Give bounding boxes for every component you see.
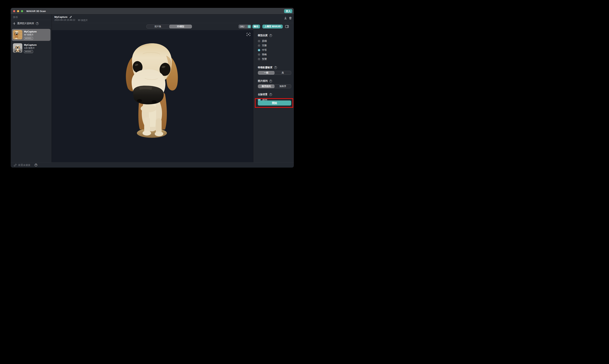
radio-icon: [258, 53, 260, 56]
model-badge: MODEL: [24, 50, 33, 53]
quality-option-label: 預覽: [262, 57, 267, 61]
capture-title: MyCapture: [24, 30, 37, 33]
window-body: 選擇照片資料夾 ?: [11, 14, 294, 162]
select-stepper-icon: [248, 25, 251, 28]
login-button[interactable]: 登入: [284, 9, 292, 13]
panel-toggle-icon[interactable]: [285, 25, 289, 28]
sensitivity-label-text: 特徵點靈敏度: [258, 66, 272, 69]
arrangement-option-unordered[interactable]: 無順序: [275, 85, 291, 88]
sensitivity-option-high[interactable]: 高: [275, 71, 291, 75]
window-title: MAKAR 3D Scan: [26, 10, 46, 13]
quality-option-label: 完整: [262, 44, 267, 47]
remove-bg-section-label: 去除背景 ?: [258, 93, 291, 96]
sensitivity-segmented-control: 一般 高: [258, 71, 291, 75]
statusbar: 裝置未連接 ?: [11, 162, 294, 168]
help-icon[interactable]: ?: [36, 22, 39, 25]
device-link-icon: [14, 164, 17, 167]
arrangement-help-icon[interactable]: ?: [269, 80, 272, 82]
sidebar: 選擇照片資料夾 ?: [11, 14, 52, 162]
sensitivity-option-normal[interactable]: 一般: [258, 71, 275, 75]
quality-option-label: 原檔: [262, 39, 267, 43]
quality-label-text: 模型品質: [258, 34, 267, 37]
search-input[interactable]: [13, 16, 49, 19]
arrangement-section-label: 照片排列 ?: [258, 79, 291, 83]
viewport-3d[interactable]: [52, 30, 253, 162]
settings-panel: 模型品質 ? 原檔 完整 中: [253, 30, 294, 162]
radio-icon-selected: [258, 49, 260, 51]
capture-photo-count: 90 張照片: [24, 33, 37, 36]
project-title: MyCapture: [54, 15, 67, 18]
traffic-lights: [13, 10, 23, 12]
view-tabs: 照片集 3D模型: [146, 25, 192, 28]
device-status-text: 裝置未連接: [18, 163, 30, 167]
edit-title-button[interactable]: [69, 16, 72, 18]
quality-option-reduced[interactable]: 簡略: [258, 52, 291, 57]
quality-radio-group: 原檔 完整 中等 簡略: [258, 39, 291, 61]
capture-list-item[interactable]: MyCapture 128 張照片 MODEL: [12, 42, 51, 54]
capture-info: MyCapture 90 張照片 MODEL: [24, 30, 37, 40]
quality-option-full[interactable]: 完整: [258, 43, 291, 48]
radio-icon: [258, 40, 260, 42]
search-field-row: [11, 14, 52, 20]
quality-option-preview[interactable]: 預覽: [258, 57, 291, 61]
select-photo-folder-label: 選擇照片資料夾: [17, 22, 34, 25]
project-photo-count: 90 張照片: [78, 19, 88, 22]
capture-title: MyCapture: [24, 43, 37, 46]
capture-photo-count: 128 張照片: [24, 47, 37, 50]
main-area: MyCapture 2023-09-19 15:49:22 90 張照片: [52, 14, 294, 162]
arrangement-label-text: 照片排列: [258, 79, 267, 83]
recenter-view-icon[interactable]: [247, 33, 250, 37]
close-window-button[interactable]: [13, 10, 15, 12]
format-select[interactable]: OBJ: [238, 25, 251, 28]
model-badge: MODEL: [24, 37, 33, 40]
delete-button[interactable]: [289, 16, 292, 20]
format-select-value: OBJ: [240, 25, 244, 28]
plus-icon: [13, 22, 15, 25]
toolbar: 照片集 3D模型 OBJ 輸出 上傳至 MAKAR: [52, 23, 294, 30]
quality-option-label: 簡略: [262, 53, 267, 56]
project-date: 2023-09-19 15:49:22: [54, 19, 75, 22]
quality-help-icon[interactable]: ?: [269, 34, 272, 37]
tab-photo-set[interactable]: 照片集: [147, 25, 169, 28]
start-button[interactable]: 開始: [258, 101, 291, 105]
arrangement-option-sequential[interactable]: 順序排列: [258, 85, 275, 88]
quality-option-label: 中等: [262, 48, 267, 52]
project-meta: 2023-09-19 15:49:22 90 張照片: [54, 19, 294, 22]
arrangement-segmented-control: 順序排列 無順序: [258, 84, 291, 88]
remove-bg-label-text: 去除背景: [258, 93, 267, 96]
export-button[interactable]: 輸出: [252, 25, 260, 28]
main-header: MyCapture 2023-09-19 15:49:22 90 張照片: [52, 14, 294, 23]
radio-icon: [258, 44, 260, 47]
sensitivity-help-icon[interactable]: ?: [274, 66, 277, 69]
tab-3d-model[interactable]: 3D模型: [169, 25, 192, 28]
titlebar: MAKAR 3D Scan 登入: [11, 8, 294, 14]
zoom-window-button[interactable]: [21, 10, 23, 12]
capture-thumbnail: [13, 30, 22, 39]
quality-option-original[interactable]: 原檔: [258, 39, 291, 43]
dog-3d-model: [120, 39, 183, 140]
capture-list: MyCapture 90 張照片 MODEL: [11, 27, 52, 162]
sensitivity-section-label: 特徵點靈敏度 ?: [258, 66, 291, 69]
quality-section-label: 模型品質 ?: [258, 34, 291, 37]
annotation-red-box: 開始: [255, 98, 293, 108]
quality-option-medium[interactable]: 中等: [258, 48, 291, 52]
upload-to-makar-button[interactable]: 上傳至 MAKAR: [262, 25, 283, 28]
app-window: MAKAR 3D Scan 登入 選擇照片資料夾 ?: [11, 8, 294, 168]
download-button[interactable]: [284, 16, 287, 20]
status-help-icon[interactable]: ?: [35, 164, 37, 167]
select-photo-folder-button[interactable]: 選擇照片資料夾 ?: [11, 20, 52, 27]
capture-list-item[interactable]: MyCapture 90 張照片 MODEL: [12, 29, 51, 41]
minimize-window-button[interactable]: [17, 10, 19, 12]
radio-icon: [258, 58, 260, 60]
capture-info: MyCapture 128 張照片 MODEL: [24, 43, 37, 53]
remove-bg-help-icon[interactable]: ?: [269, 93, 272, 96]
capture-thumbnail: [13, 43, 22, 53]
